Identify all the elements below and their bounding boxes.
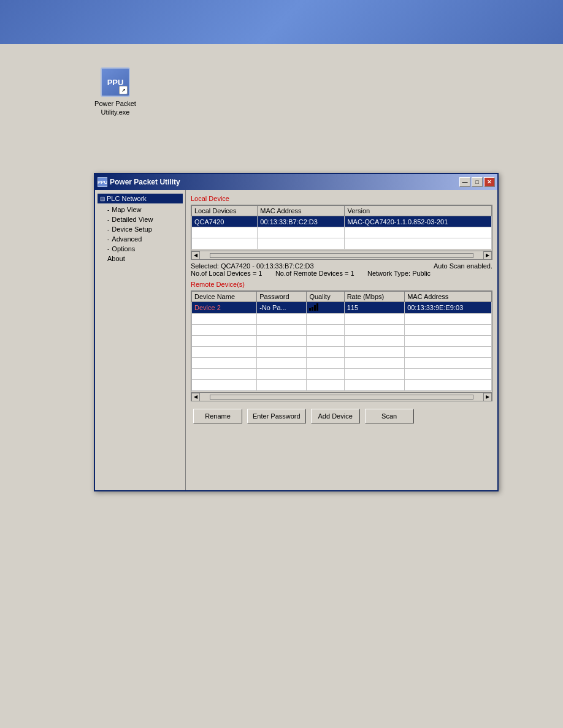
table-row — [192, 336, 492, 347]
sidebar-item-advanced[interactable]: - Advanced — [98, 234, 183, 244]
enter-password-button[interactable]: Enter Password — [247, 409, 306, 423]
local-device-section-label: Local Device — [191, 195, 492, 202]
window-content: ⊟ PLC Network - Map View - Detailed View… — [95, 190, 497, 490]
scroll-right-btn[interactable]: ▶ — [483, 393, 492, 401]
remote-device-rate: 115 — [344, 302, 404, 314]
table-row — [192, 369, 492, 380]
remote-device-table-container: Device Name Password Quality Rate (Mbps)… — [191, 290, 492, 401]
col-password: Password — [257, 292, 307, 302]
remote-device-name: Device 2 — [192, 302, 257, 314]
app-title-icon: PPU — [98, 177, 107, 187]
bullet-icon: - — [107, 236, 109, 243]
maximize-button[interactable]: □ — [472, 177, 483, 187]
scroll-track[interactable] — [210, 395, 473, 400]
sidebar-item-about[interactable]: About — [98, 254, 183, 264]
bullet-icon: - — [107, 207, 109, 213]
col-version: Version — [345, 206, 492, 216]
auto-scan-status: Auto Scan enabled. — [434, 262, 492, 270]
bullet-icon: - — [107, 226, 109, 233]
signal-bars-icon — [309, 303, 318, 311]
remote-devices-section-label: Remote Device(s) — [191, 281, 492, 288]
desktop-icon[interactable]: PPU ↗ Power Packet Utility.exe — [93, 67, 137, 117]
scroll-right-btn[interactable]: ▶ — [483, 251, 492, 260]
sidebar-item-plc-network[interactable]: ⊟ PLC Network — [98, 194, 183, 203]
title-bar: PPU Power Packet Utility — □ ✕ — [95, 174, 497, 190]
selected-device-info: Selected: QCA7420 - 00:13:33:B7:C2:D3 — [191, 262, 314, 270]
col-rate: Rate (Mbps) — [344, 292, 404, 302]
button-row: Rename Enter Password Add Device Scan — [191, 404, 492, 423]
sidebar-item-detailed-view[interactable]: - Detailed View — [98, 214, 183, 224]
sidebar-item-map-view[interactable]: - Map View — [98, 205, 183, 214]
bullet-icon: - — [107, 246, 109, 252]
app-window: PPU Power Packet Utility — □ ✕ ⊟ PLC Net… — [94, 173, 499, 491]
sidebar: ⊟ PLC Network - Map View - Detailed View… — [95, 190, 186, 490]
window-title: Power Packet Utility — [110, 178, 180, 186]
icon-label: Power Packet Utility.exe — [94, 99, 136, 117]
map-view-label: Map View — [112, 206, 141, 213]
main-content: Local Device Local Devices MAC Address V… — [186, 190, 497, 490]
local-devices-count: No.of Local Devices = 1 — [191, 270, 262, 277]
table-row — [192, 358, 492, 369]
remote-device-mac: 00:13:33:9E:E9:03 — [405, 302, 492, 314]
top-header-bar — [0, 0, 563, 44]
table-row — [192, 238, 492, 249]
sidebar-item-options[interactable]: - Options — [98, 244, 183, 254]
app-icon: PPU ↗ — [101, 67, 130, 97]
sidebar-item-device-setup[interactable]: - Device Setup — [98, 224, 183, 234]
detailed-view-label: Detailed View — [112, 216, 153, 223]
local-device-version: MAC-QCA7420-1.1.0.852-03-201 — [345, 216, 492, 227]
col-device-name: Device Name — [192, 292, 257, 302]
title-bar-left: PPU Power Packet Utility — [98, 177, 180, 187]
table-row — [192, 325, 492, 336]
scroll-left-btn[interactable]: ◀ — [191, 251, 200, 260]
local-device-mac: 00:13:33:B7:C2:D3 — [258, 216, 345, 227]
remote-devices-count: No.of Remote Devices = 1 — [275, 270, 354, 277]
minimize-button[interactable]: — — [459, 177, 470, 187]
scroll-left-btn[interactable]: ◀ — [191, 393, 200, 401]
expand-icon: ⊟ — [100, 195, 105, 202]
local-device-table-container: Local Devices MAC Address Version QCA742… — [191, 205, 492, 260]
local-device-name: QCA7420 — [192, 216, 258, 227]
network-type: Network Type: Public — [367, 270, 431, 277]
table-row[interactable]: Device 2 -No Pa... 115 — [192, 302, 492, 314]
close-button[interactable]: ✕ — [484, 177, 495, 187]
remote-table-scrollbar[interactable]: ◀ ▶ — [191, 392, 492, 401]
table-row — [192, 314, 492, 325]
table-row — [192, 380, 492, 391]
device-setup-label: Device Setup — [112, 226, 151, 233]
bullet-icon: - — [107, 216, 109, 223]
remote-device-quality — [307, 302, 344, 314]
scan-button[interactable]: Scan — [365, 409, 414, 423]
remote-device-password: -No Pa... — [257, 302, 307, 314]
remote-device-table: Device Name Password Quality Rate (Mbps)… — [191, 291, 492, 391]
table-row — [192, 227, 492, 238]
advanced-label: Advanced — [112, 235, 142, 243]
about-label: About — [107, 255, 125, 262]
local-device-table: Local Devices MAC Address Version QCA742… — [191, 205, 492, 249]
col-mac-address: MAC Address — [258, 206, 345, 216]
add-device-button[interactable]: Add Device — [311, 409, 360, 423]
rename-button[interactable]: Rename — [193, 409, 242, 423]
scroll-track[interactable] — [210, 253, 473, 258]
shortcut-arrow: ↗ — [119, 86, 128, 94]
table-row[interactable]: QCA7420 00:13:33:B7:C2:D3 MAC-QCA7420-1.… — [192, 216, 492, 227]
sidebar-root-label: PLC Network — [107, 195, 147, 202]
col-mac-address: MAC Address — [405, 292, 492, 302]
local-table-scrollbar[interactable]: ◀ ▶ — [191, 251, 492, 259]
options-label: Options — [112, 245, 135, 252]
selected-info-line: Selected: QCA7420 - 00:13:33:B7:C2:D3 Au… — [191, 262, 492, 270]
window-controls: — □ ✕ — [459, 177, 495, 187]
col-quality: Quality — [307, 292, 344, 302]
stats-line: No.of Local Devices = 1 No.of Remote Dev… — [191, 270, 492, 277]
col-local-devices: Local Devices — [192, 206, 258, 216]
table-row — [192, 347, 492, 358]
